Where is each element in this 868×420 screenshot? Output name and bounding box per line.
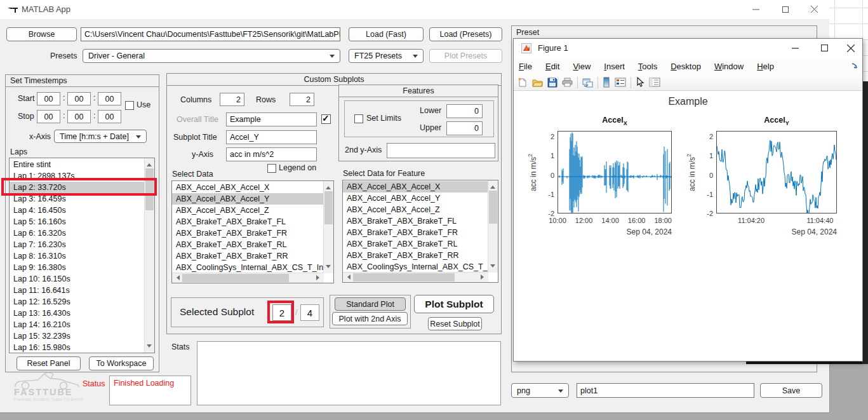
- data-list-item[interactable]: ABX_BrakeT_ABX_BrakeT_FR: [172, 227, 324, 239]
- lap-list-item[interactable]: Lap 3: 16.459s: [10, 193, 145, 205]
- figure-close-button[interactable]: [839, 39, 862, 57]
- reset-panel-button[interactable]: Reset Panel: [17, 356, 81, 370]
- start-hour-field[interactable]: 00: [37, 92, 60, 105]
- stop-minute-field[interactable]: 00: [67, 110, 91, 123]
- lap-list-item[interactable]: Lap 15: 32.239s: [10, 330, 145, 342]
- use-checkbox[interactable]: [125, 101, 134, 110]
- subplot-title-field[interactable]: Accel_Y: [226, 130, 317, 144]
- cursor-arrow-icon[interactable]: [636, 77, 644, 88]
- figure-menu-item[interactable]: Edit: [545, 62, 559, 71]
- load-fast-button[interactable]: Load (Fast): [349, 27, 424, 41]
- data-list-item[interactable]: ABX_BrakeT_ABX_BrakeT_RL: [172, 239, 324, 250]
- lap-list-item[interactable]: Lap 8: 16.310s: [10, 250, 145, 262]
- laps-listbox[interactable]: Entire stintLap 1: 2898.137sLap 2: 33.72…: [9, 158, 155, 353]
- lap-list-item[interactable]: Lap 2: 33.720s: [10, 182, 145, 193]
- figure-menu-item[interactable]: Insert: [604, 62, 625, 71]
- dock-arrow-icon[interactable]: [851, 63, 858, 70]
- lap-list-item[interactable]: Lap 16: 15.980s: [10, 342, 145, 353]
- property-inspector-icon[interactable]: [649, 78, 660, 87]
- print-icon[interactable]: [562, 78, 573, 88]
- feature-list-item[interactable]: ABX_BrakeT_ABX_BrakeT_RR: [343, 250, 488, 261]
- link-plot-icon[interactable]: [582, 78, 593, 88]
- columns-field[interactable]: 2: [220, 93, 244, 106]
- select-data-hscroll[interactable]: [172, 273, 324, 283]
- lap-list-item[interactable]: Lap 12: 16.529s: [10, 296, 145, 308]
- select-data-vscroll[interactable]: [323, 181, 333, 273]
- load-presets-button[interactable]: Load (Presets): [429, 27, 502, 41]
- overall-title-field[interactable]: Example: [226, 112, 317, 126]
- lap-list-item[interactable]: Lap 11: 16.641s: [10, 285, 145, 296]
- rows-field[interactable]: 2: [290, 93, 314, 106]
- feature-list-item[interactable]: ABX_BrakeT_ABX_BrakeT_FR: [343, 227, 488, 238]
- lap-list-item[interactable]: Entire stint: [10, 159, 145, 170]
- figure-menu-item[interactable]: Desktop: [671, 62, 701, 71]
- data-list-item[interactable]: ABX_BrakeT_ABX_BrakeT_FL: [172, 216, 324, 227]
- select-data-listbox[interactable]: ABX_Accel_ABX_Accel_XABX_Accel_ABX_Accel…: [171, 180, 334, 283]
- scroll-thumb[interactable]: [324, 191, 333, 224]
- feature-data-listbox[interactable]: ABX_Accel_ABX_Accel_XABX_Accel_ABX_Accel…: [342, 180, 498, 283]
- filename-field[interactable]: plot1: [577, 383, 754, 398]
- feature-list-item[interactable]: ABX_Accel_ABX_Accel_X: [343, 181, 488, 193]
- figure-minimize-button[interactable]: [781, 39, 809, 57]
- laps-vertical-scrollbar[interactable]: [144, 158, 154, 353]
- selected-subplot-current-field[interactable]: 2: [272, 304, 291, 321]
- lap-list-item[interactable]: Lap 14: 16.210s: [10, 319, 145, 330]
- feature-list-item[interactable]: ABX_BrakeT_ABX_BrakeT_RL: [343, 238, 488, 250]
- data-list-item[interactable]: ABX_Accel_ABX_Accel_Z: [172, 205, 324, 216]
- figure-menu-item[interactable]: Window: [714, 62, 744, 71]
- figure-menu-item[interactable]: View: [573, 62, 591, 71]
- feature-data-vscroll[interactable]: [488, 180, 498, 273]
- data-list-item[interactable]: ABX_Accel_ABX_Accel_X: [172, 182, 324, 193]
- stop-hour-field[interactable]: 00: [37, 110, 60, 123]
- scroll-thumb[interactable]: [145, 168, 154, 210]
- stop-second-field[interactable]: 00: [98, 110, 121, 123]
- lap-list-item[interactable]: Lap 10: 16.150s: [10, 273, 145, 285]
- scroll-thumb[interactable]: [353, 273, 455, 281]
- start-minute-field[interactable]: 00: [67, 92, 91, 105]
- start-second-field[interactable]: 00: [98, 92, 121, 105]
- plot-subplot-button[interactable]: Plot Subplot: [414, 295, 494, 313]
- app-close-button[interactable]: [800, 0, 829, 18]
- presets-dropdown[interactable]: Driver - General: [83, 49, 340, 63]
- plot-2nd-axis-button[interactable]: Plot with 2nd Axis: [332, 312, 408, 325]
- lap-list-item[interactable]: Lap 4: 16.450s: [10, 205, 145, 216]
- data-list-item[interactable]: ABX_CoolingSys_Internal_ABX_CS_T_InvL: [172, 262, 324, 273]
- colorbar-icon[interactable]: [603, 77, 610, 88]
- figure-menu-item[interactable]: Help: [757, 62, 774, 71]
- save-icon[interactable]: [547, 78, 558, 88]
- overall-title-checkbox[interactable]: [321, 114, 331, 124]
- lap-list-item[interactable]: Lap 1: 2898.137s: [10, 170, 145, 182]
- data-list-item[interactable]: ABX_Accel_ABX_Accel_Y: [172, 193, 324, 205]
- ft25-presets-dropdown[interactable]: FT25 Presets: [349, 49, 424, 63]
- data-list-item[interactable]: ABX_BrakeT_ABX_BrakeT_RR: [172, 250, 324, 262]
- scroll-thumb[interactable]: [182, 274, 289, 282]
- new-figure-icon[interactable]: [517, 78, 528, 88]
- lower-field[interactable]: 0: [446, 104, 483, 118]
- x-axis-dropdown[interactable]: Time [h:m:s + Date]: [54, 130, 147, 143]
- to-workspace-button[interactable]: To Workspace: [89, 356, 154, 370]
- lap-list-item[interactable]: Lap 13: 16.430s: [10, 308, 145, 319]
- feature-list-item[interactable]: ABX_BrakeT_ABX_BrakeT_FL: [343, 215, 488, 227]
- app-minimize-button[interactable]: [742, 0, 770, 18]
- legend-on-checkbox[interactable]: [267, 164, 276, 173]
- second-y-axis-field[interactable]: [387, 143, 495, 158]
- lap-list-item[interactable]: Lap 7: 16.230s: [10, 239, 145, 250]
- figure-menu-item[interactable]: Tools: [638, 62, 657, 71]
- plot-box[interactable]: [558, 131, 672, 213]
- y-axis-field[interactable]: acc in m/s^2: [226, 147, 317, 161]
- set-limits-checkbox[interactable]: [354, 114, 363, 123]
- open-file-icon[interactable]: [532, 78, 543, 88]
- upper-field[interactable]: 0: [446, 121, 483, 135]
- lap-list-item[interactable]: Lap 6: 16.320s: [10, 227, 145, 239]
- figure-menu-item[interactable]: File: [519, 62, 532, 71]
- figure-maximize-button[interactable]: [810, 39, 838, 57]
- plot-presets-button[interactable]: Plot Presets: [429, 49, 502, 63]
- path-field[interactable]: C:\Users\Vincent Chau\Documents\Fasttube…: [81, 27, 340, 41]
- legend-icon[interactable]: [615, 78, 626, 87]
- feature-data-hscroll[interactable]: [343, 272, 488, 282]
- browse-button[interactable]: Browse: [6, 27, 77, 41]
- app-maximize-button[interactable]: [771, 0, 799, 18]
- standard-plot-button[interactable]: Standard Plot: [335, 297, 406, 311]
- lap-list-item[interactable]: Lap 9: 16.380s: [10, 262, 145, 273]
- save-button[interactable]: Save: [760, 383, 822, 398]
